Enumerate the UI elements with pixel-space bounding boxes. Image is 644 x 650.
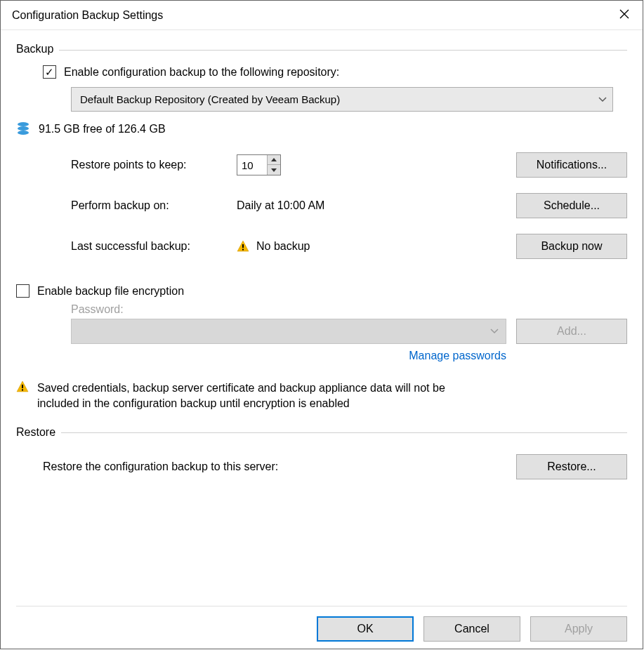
repository-combo[interactable]: Default Backup Repository (Created by Ve… [71, 87, 613, 112]
last-backup-value-wrap: No backup [237, 240, 310, 253]
title-bar: Configuration Backup Settings [1, 1, 643, 30]
svg-point-2 [18, 131, 29, 135]
enable-backup-row: Enable configuration backup to the follo… [43, 65, 627, 79]
enable-backup-label: Enable configuration backup to the follo… [64, 66, 339, 79]
enable-encryption-row: Enable backup file encryption [16, 284, 627, 298]
storage-text: 91.5 GB free of 126.4 GB [39, 123, 166, 135]
restore-label: Restore the configuration backup to this… [43, 460, 278, 473]
group-label-restore: Restore [16, 426, 55, 439]
restore-points-label: Restore points to keep: [71, 159, 237, 171]
warning-icon [237, 240, 249, 253]
restore-button[interactable]: Restore... [516, 454, 627, 479]
repository-row: Default Backup Repository (Created by Ve… [71, 87, 627, 112]
enable-encryption-label: Enable backup file encryption [37, 285, 184, 298]
dialog-window: Configuration Backup Settings Backup Ena… [0, 0, 643, 649]
enable-backup-checkbox[interactable] [43, 65, 56, 79]
svg-rect-4 [242, 249, 244, 251]
restore-points-value-wrap [237, 154, 281, 175]
password-section: Password: Add... Manage passwords [71, 303, 627, 362]
perform-value: Daily at 10:00 AM [237, 199, 324, 212]
password-combo[interactable] [71, 319, 506, 344]
enable-encryption-checkbox[interactable] [16, 284, 29, 298]
password-row: Add... [71, 319, 627, 344]
restore-row: Restore the configuration backup to this… [43, 454, 627, 479]
group-header-backup: Backup [16, 43, 627, 55]
restore-points-input[interactable] [237, 155, 267, 175]
divider [59, 50, 627, 51]
manage-passwords-row: Manage passwords [71, 350, 627, 362]
notifications-button[interactable]: Notifications... [516, 152, 627, 178]
encryption-warning-text: Saved credentials, backup server certifi… [37, 380, 487, 412]
repository-value: Default Backup Repository (Created by Ve… [80, 93, 598, 105]
apply-button[interactable]: Apply [530, 616, 627, 642]
password-label: Password: [71, 303, 627, 316]
ok-button[interactable]: OK [317, 616, 414, 642]
last-backup-label: Last successful backup: [71, 240, 237, 253]
chevron-down-icon [598, 97, 607, 102]
disk-stack-icon [16, 121, 30, 137]
footer-divider [16, 606, 627, 606]
restore-points-row: Restore points to keep: Notifications... [71, 152, 627, 178]
svg-rect-5 [22, 385, 23, 388]
encryption-warning-row: Saved credentials, backup server certifi… [16, 380, 627, 412]
dialog-content: Backup Enable configuration backup to th… [1, 30, 643, 649]
last-backup-value: No backup [256, 240, 310, 253]
restore-points-spinner [237, 154, 281, 175]
svg-point-0 [18, 122, 29, 126]
perform-label: Perform backup on: [71, 199, 237, 212]
warning-icon [16, 380, 29, 412]
add-password-button[interactable]: Add... [516, 319, 627, 344]
dialog-footer: OK Cancel Apply [16, 616, 627, 642]
storage-row: 91.5 GB free of 126.4 GB [16, 121, 627, 137]
chevron-down-icon [490, 329, 499, 334]
svg-rect-6 [22, 390, 23, 391]
cancel-button[interactable]: Cancel [423, 616, 520, 642]
group-header-restore: Restore [16, 426, 627, 439]
manage-passwords-link[interactable]: Manage passwords [409, 350, 506, 362]
perform-row: Perform backup on: Daily at 10:00 AM Sch… [71, 193, 627, 218]
spinner-up-button[interactable] [268, 155, 280, 165]
spinner-down-button[interactable] [268, 165, 280, 175]
last-backup-row: Last successful backup: No backup Backup… [71, 234, 627, 259]
divider [61, 432, 627, 433]
window-title: Configuration Backup Settings [12, 9, 606, 22]
close-button[interactable] [606, 1, 643, 29]
schedule-button[interactable]: Schedule... [516, 193, 627, 218]
svg-rect-3 [242, 244, 244, 248]
svg-point-1 [18, 126, 29, 131]
backup-now-button[interactable]: Backup now [516, 234, 627, 259]
close-icon [619, 9, 629, 21]
group-label-backup: Backup [16, 43, 53, 55]
